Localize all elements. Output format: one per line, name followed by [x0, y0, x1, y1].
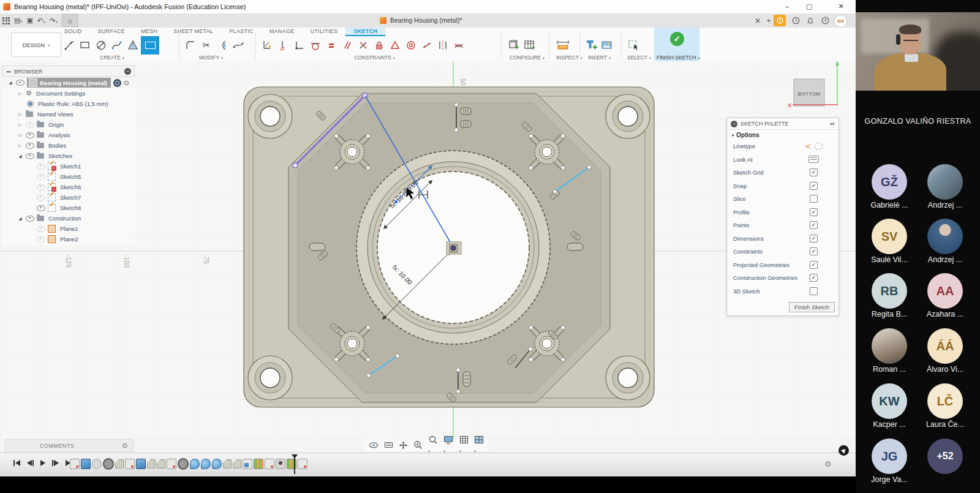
insert-canvas-image-icon[interactable] [599, 37, 615, 53]
center-rectangle-active-tool[interactable] [141, 36, 159, 55]
timeline-chamfer-icon[interactable] [223, 459, 232, 469]
timeline-chamfer-icon[interactable] [115, 459, 124, 469]
minimize-palette-icon[interactable]: − [731, 121, 737, 127]
eye-icon[interactable] [26, 143, 34, 149]
expander-icon[interactable]: ◢ [7, 80, 13, 85]
timeline-hole-icon[interactable] [276, 459, 285, 469]
eye-off-icon[interactable] [26, 122, 34, 128]
create-group-label[interactable]: CREATE▾ [100, 55, 124, 61]
snap-checkbox[interactable] [810, 182, 818, 190]
rectangle-tool-icon[interactable] [77, 37, 93, 53]
eye-icon[interactable] [16, 80, 24, 86]
timeline-sketch-icon[interactable] [265, 459, 274, 469]
collapse-all-icon[interactable]: − [124, 68, 131, 75]
offset-tool-icon[interactable] [214, 37, 230, 53]
browser-root-row[interactable]: ◢ Bearing Housing (metal) ⊙ [2, 77, 135, 88]
configure-group-label[interactable]: CONFIGURE▾ [510, 55, 545, 61]
tab-solid[interactable]: SOLID [56, 28, 90, 36]
eye-off-icon[interactable] [37, 226, 45, 232]
step-back-button[interactable] [27, 460, 34, 466]
file-menu-icon[interactable]: ▤▾ [14, 17, 22, 24]
user-avatar[interactable]: GV [834, 15, 847, 28]
browser-row-plastic-rule[interactable]: Plastic Rule: ABS (1,5 mm) [2, 99, 135, 109]
collinear-constraint-icon[interactable] [419, 37, 435, 53]
tab-sketch[interactable]: SKETCH [345, 28, 385, 36]
timeline-fillet-icon[interactable] [212, 459, 222, 469]
perpendicular-constraint-icon[interactable] [355, 37, 371, 53]
options-section-header[interactable]: ▾Options [727, 130, 839, 140]
notifications-bell-icon[interactable] [805, 15, 816, 26]
finish-sketch-label[interactable]: FINISH SKETCH▾ [657, 55, 700, 61]
parallel-constraint-icon[interactable] [339, 37, 355, 53]
select-tool-icon[interactable] [626, 37, 642, 53]
timeline-extrude-icon[interactable] [136, 459, 146, 469]
browser-row-sketch5[interactable]: Sketch5 [2, 171, 135, 182]
concentric-constraint-icon[interactable] [403, 37, 419, 53]
extension-clock-icon[interactable] [790, 15, 801, 26]
orbit-icon[interactable] [369, 441, 379, 450]
pan-icon[interactable] [399, 441, 408, 450]
look-at-icon[interactable] [384, 441, 393, 449]
slice-checkbox[interactable] [810, 195, 818, 203]
browser-row-named-views[interactable]: ▷Named Views [2, 109, 135, 119]
tab-manage[interactable]: MANAGE [262, 28, 303, 36]
curvature-constraint-icon[interactable] [451, 37, 467, 53]
maximize-button[interactable]: ▢ [799, 0, 820, 13]
projected-geometries-checkbox[interactable] [810, 261, 818, 269]
equal-constraint-icon[interactable] [323, 37, 339, 53]
eye-icon[interactable] [37, 205, 45, 211]
timeline-fillet-icon[interactable] [201, 459, 211, 469]
timeline-box-icon[interactable] [243, 459, 252, 469]
construction-linetype-icon[interactable]: ≺ [805, 142, 811, 151]
new-tab-icon[interactable]: ＋ [763, 15, 774, 26]
line-tool-icon[interactable] [61, 37, 77, 53]
timeline-revolve-icon[interactable] [178, 458, 189, 470]
browser-header[interactable]: ◂◂ BROWSER − [2, 66, 135, 77]
profile-checkbox[interactable] [810, 208, 818, 216]
viewports-icon[interactable]: ▾ [474, 435, 484, 455]
tab-utilities[interactable]: UTILITIES [303, 28, 346, 36]
tab-mesh[interactable]: MESH [133, 28, 165, 36]
eye-off-icon[interactable] [37, 174, 45, 180]
browser-row-sketches[interactable]: ◢Sketches [2, 151, 135, 161]
configuration-table-icon[interactable] [522, 37, 538, 53]
browser-row-sketch8[interactable]: Sketch8 [2, 203, 135, 213]
activate-component-icon[interactable]: ⊙ [124, 79, 129, 87]
mirror-tool-icon[interactable] [125, 37, 141, 53]
browser-row-sketch1[interactable]: Sketch1 [2, 161, 135, 171]
sketch-dimension-icon[interactable] [260, 37, 276, 53]
skip-to-start-button[interactable] [13, 460, 20, 466]
fix-lock-constraint-icon[interactable] [371, 37, 387, 53]
timeline-chamfer-icon[interactable] [147, 459, 156, 469]
measure-icon[interactable] [555, 37, 571, 53]
help-icon[interactable]: ? [820, 15, 831, 26]
configure-feature-icon[interactable] [506, 37, 522, 53]
sketch-grid-checkbox[interactable] [810, 168, 818, 176]
dock-panel-icon[interactable]: ▸▸ [831, 121, 835, 126]
timeline-pattern-icon[interactable] [254, 459, 263, 469]
browser-row-plane1[interactable]: Plane1 [2, 224, 135, 234]
eye-off-icon[interactable] [37, 184, 45, 190]
timeline-extrude-icon[interactable] [81, 459, 91, 469]
job-status-button[interactable] [774, 15, 786, 26]
timeline-sketch-icon[interactable] [298, 459, 307, 469]
eye-off-icon[interactable] [37, 164, 45, 170]
browser-row-origin[interactable]: ▷Origin [2, 119, 135, 130]
browser-row-sketch6[interactable]: Sketch6 [2, 182, 135, 192]
timeline-chamfer-icon[interactable] [233, 459, 241, 469]
browser-row-document-settings[interactable]: ▷⚙Document Settings [2, 88, 135, 99]
eye-off-icon[interactable] [37, 236, 45, 243]
edit-in-place-badge-icon[interactable] [113, 79, 121, 87]
timeline-sketch-icon[interactable] [125, 459, 135, 469]
tangent-constraint-icon[interactable] [307, 37, 323, 53]
timeline-chamfer-icon[interactable] [157, 459, 165, 469]
trim-tool-icon[interactable]: ✂ [198, 37, 214, 53]
construction-geometries-checkbox[interactable] [810, 274, 818, 282]
sketch-scale-tool-icon[interactable] [230, 37, 246, 53]
root-component-label[interactable]: Bearing Housing (metal) [40, 80, 107, 86]
polygon-constraint-icon[interactable] [387, 37, 403, 53]
dimensions-checkbox[interactable] [810, 235, 818, 243]
look-at-icon[interactable] [809, 156, 819, 163]
tab-surface[interactable]: SURFACE [90, 28, 134, 36]
collapse-panel-icon[interactable]: ◂◂ [6, 69, 10, 74]
